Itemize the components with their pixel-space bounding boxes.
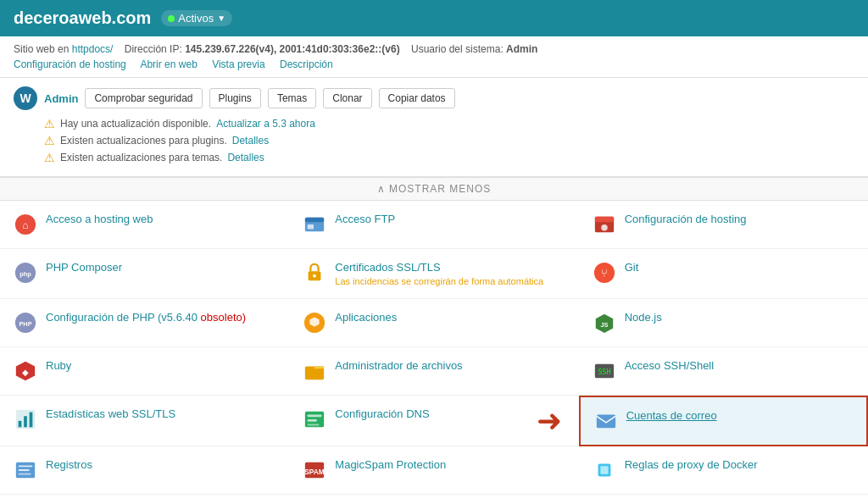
configuracion-hosting-label[interactable]: Configuración de hosting [625, 213, 747, 225]
ssl-tls-label[interactable]: Certificados SSL/TLS [335, 261, 440, 274]
estadisticas-icon [14, 407, 37, 431]
svg-rect-30 [308, 419, 317, 422]
show-less-text: ∧ MOSTRAR MENOS [377, 183, 492, 195]
check-security-button[interactable]: Comprobar seguridad [85, 88, 202, 108]
tool-archivos[interactable]: Administrador de archivos [289, 347, 578, 396]
magicspam-icon: SPAM [303, 458, 326, 482]
notice-update-text: Hay una actualización disponible. [60, 118, 211, 130]
tool-acceso-hosting-web[interactable]: ⌂ Acceso a hosting web [0, 201, 289, 249]
tool-nodejs[interactable]: JS Node.js [579, 299, 868, 347]
git-label[interactable]: Git [625, 261, 639, 274]
cuentas-correo-label[interactable]: Cuentas de correo [626, 409, 717, 422]
proxy-label[interactable]: Reglas de proxy de Docker [625, 458, 758, 471]
link-vista-previa[interactable]: Vista previa [212, 58, 264, 70]
svg-text:◆: ◆ [22, 368, 29, 377]
ssh-icon: SSH [593, 359, 616, 383]
sitio-web-label: Sitio web en [14, 43, 69, 55]
ip-value: 145.239.67.226(v4), 2001:41d0:303:36e2::… [185, 43, 400, 55]
estadisticas-label[interactable]: Estadísticas web SSL/TLS [46, 407, 175, 420]
tool-php[interactable]: PHP Configuración de PHP (v5.6.40 obsole… [0, 299, 289, 347]
nodejs-icon: JS [593, 311, 616, 335]
acceso-hosting-web-label[interactable]: Acceso a hosting web [46, 213, 153, 225]
plugins-button[interactable]: Plugins [209, 88, 261, 108]
svg-text:PHP: PHP [19, 320, 31, 328]
svg-rect-25 [19, 421, 22, 427]
link-configuracion-hosting[interactable]: Configuración de hosting [14, 58, 126, 70]
tool-estadisticas[interactable]: Estadísticas web SSL/TLS [0, 396, 289, 446]
archivos-label[interactable]: Administrador de archivos [335, 359, 462, 372]
svg-rect-6 [595, 217, 614, 223]
plugins-details-link[interactable]: Detalles [232, 135, 269, 147]
svg-rect-31 [308, 424, 320, 425]
info-bar: Sitio web en httpdocs/ Dirección IP: 145… [0, 36, 868, 78]
notice-temas-text: Existen actualizaciones para temas. [60, 152, 222, 163]
svg-rect-29 [308, 414, 322, 417]
httpdocs-link[interactable]: httpdocs/ [72, 43, 114, 55]
show-less-bar[interactable]: ∧ MOSTRAR MENOS [0, 177, 868, 201]
tool-cuentas-correo[interactable]: ➜ Cuentas de correo [579, 396, 868, 446]
tool-proxy[interactable]: Reglas de proxy de Docker [579, 446, 868, 495]
copiar-datos-button[interactable]: Copiar datos [379, 88, 455, 108]
svg-text:php: php [19, 270, 31, 278]
warning-icon: ⚠ [44, 117, 55, 130]
usuario-label: Usuario del sistema: [411, 43, 504, 55]
tool-dns[interactable]: Configuración DNS [289, 396, 578, 446]
svg-rect-40 [600, 466, 608, 474]
temas-button[interactable]: Temas [268, 88, 316, 108]
wp-admin-link[interactable]: Admin [44, 92, 78, 105]
tool-configuracion-hosting[interactable]: Configuración de hosting [579, 201, 868, 249]
acceso-ftp-label[interactable]: Acceso FTP [335, 213, 395, 225]
tool-imunify[interactable]: ImunifyAV [289, 495, 578, 504]
php-label[interactable]: Configuración de PHP (v5.6.40 obsoleto) [46, 311, 246, 324]
acceso-ftp-icon [303, 213, 326, 236]
tool-magicspam[interactable]: SPAM MagicSpam Protection [289, 446, 578, 495]
dns-label[interactable]: Configuración DNS [335, 407, 429, 420]
tool-git[interactable]: ⑂ Git [579, 249, 868, 299]
acceso-hosting-web-icon: ⌂ [14, 213, 37, 236]
svg-rect-34 [19, 465, 33, 467]
ruby-icon: ◆ [14, 359, 37, 383]
link-descripcion[interactable]: Descripción [280, 58, 333, 70]
status-badge[interactable]: Activos ▼ [161, 10, 232, 26]
git-icon: ⑂ [593, 261, 616, 285]
svg-rect-26 [24, 416, 27, 427]
proxy-icon [593, 458, 616, 482]
update-link[interactable]: Actualizar a 5.3 ahora [216, 118, 315, 130]
svg-point-7 [601, 224, 607, 230]
wp-section: W Admin Comprobar seguridad Plugins Tema… [0, 78, 868, 177]
chevron-down-icon: ▼ [217, 14, 225, 23]
svg-text:SPAM: SPAM [305, 468, 326, 476]
tool-ssh[interactable]: SSH Acceso SSH/Shell [579, 347, 868, 396]
wp-toolbar: W Admin Comprobar seguridad Plugins Tema… [14, 86, 854, 110]
php-icon: PHP [14, 311, 37, 335]
top-header: deceroaweb.com Activos ▼ [0, 0, 868, 36]
tool-aplicaciones[interactable]: Aplicaciones [289, 299, 578, 347]
svg-text:SSH: SSH [598, 368, 610, 376]
wp-logo: W [14, 86, 37, 110]
tool-ssl-tls[interactable]: Certificados SSL/TLS Las incidencias se … [289, 249, 578, 299]
tool-acceso-ftp[interactable]: Acceso FTP [289, 201, 578, 249]
ssh-label[interactable]: Acceso SSH/Shell [625, 359, 715, 372]
tool-dnssec[interactable]: DNS DNSSEC [579, 495, 868, 504]
tool-php-composer[interactable]: php PHP Composer [0, 249, 289, 299]
notice-update: ⚠ Hay una actualización disponible. Actu… [44, 117, 854, 130]
aplicaciones-label[interactable]: Aplicaciones [335, 311, 397, 324]
notice-plugins-text: Existen actualizaciones para plugins. [60, 135, 227, 147]
notice-plugins: ⚠ Existen actualizaciones para plugins. … [44, 134, 854, 147]
php-composer-label[interactable]: PHP Composer [46, 261, 122, 274]
tool-registros[interactable]: Registros [0, 446, 289, 495]
svg-rect-3 [305, 218, 324, 223]
main-content: ⌂ Acceso a hosting web Acceso FTP Config… [0, 201, 868, 504]
svg-text:JS: JS [600, 321, 608, 329]
clonar-button[interactable]: Clonar [323, 88, 371, 108]
tool-ruby[interactable]: ◆ Ruby [0, 347, 289, 396]
ruby-label[interactable]: Ruby [46, 359, 71, 372]
nodejs-label[interactable]: Node.js [625, 311, 662, 324]
link-abrir-web[interactable]: Abrir en web [140, 58, 197, 70]
magicspam-label[interactable]: MagicSpam Protection [335, 458, 446, 471]
tool-advisor[interactable]: Advisor [0, 495, 289, 504]
tools-grid: ⌂ Acceso a hosting web Acceso FTP Config… [0, 201, 868, 504]
registros-label[interactable]: Registros [46, 458, 92, 471]
site-title: deceroaweb.com [14, 8, 151, 28]
temas-details-link[interactable]: Detalles [227, 152, 264, 163]
